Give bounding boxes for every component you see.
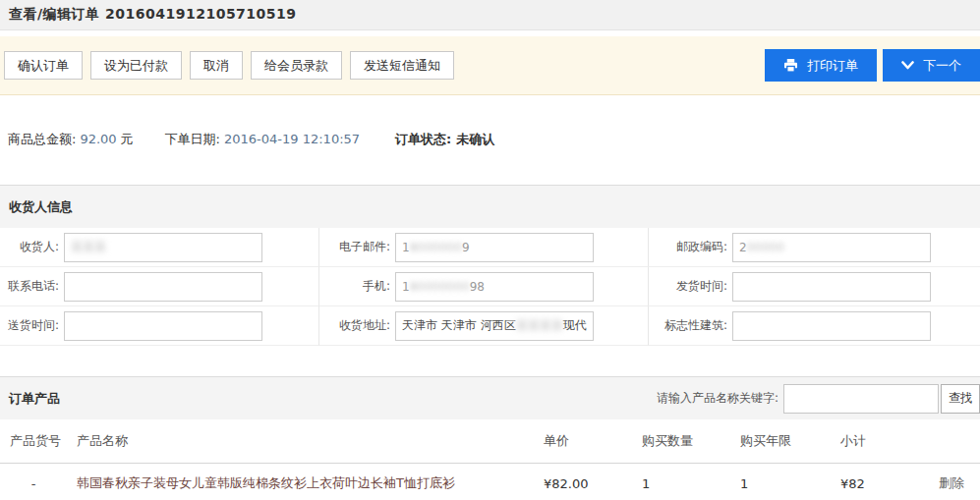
print-order-button[interactable]: 打印订单: [765, 49, 877, 82]
total-amount-label: 商品总金额:: [8, 131, 76, 148]
address-redacted: 某某某某: [516, 317, 563, 334]
next-order-label: 下一个: [923, 57, 961, 75]
set-paid-button[interactable]: 设为已付款: [90, 51, 182, 80]
landmark-label: 标志性建筑:: [649, 317, 727, 334]
page-title: 查看/编辑订单 2016041912105710519: [9, 6, 297, 24]
product-search-input[interactable]: [783, 384, 939, 414]
phone-input[interactable]: [64, 272, 262, 302]
order-date-label: 下单日期:: [165, 131, 220, 148]
field-email: 电子邮件: 180000009: [319, 228, 649, 267]
col-years: 购买年限: [740, 432, 840, 450]
col-qty: 购买数量: [642, 432, 740, 450]
printer-icon: [783, 59, 798, 73]
order-status: 订单状态: 未确认: [395, 131, 494, 148]
field-landmark: 标志性建筑:: [649, 306, 980, 346]
record-payment-button[interactable]: 给会员录款: [251, 51, 342, 80]
product-price: ¥82.00: [544, 476, 642, 491]
consignee-form: 收货人: 某某某 电子邮件: 180000009 邮政编码: 200000 联系…: [0, 228, 980, 346]
toolbar-left: 确认订单 设为已付款 取消 给会员录款 发送短信通知: [4, 51, 462, 80]
phone-label: 联系电话:: [0, 278, 59, 295]
email-visible: 1: [402, 241, 410, 254]
send-sms-button[interactable]: 发送短信通知: [350, 51, 454, 80]
address-label: 收货地址:: [319, 317, 390, 334]
order-summary: 商品总金额: 92.00 元 下单日期: 2016-04-19 12:10:57…: [0, 95, 980, 185]
consignee-section-header: 收货人信息: [0, 185, 980, 228]
address-input[interactable]: 天津市 天津市 河西区某某某某现代: [395, 311, 594, 341]
field-zipcode: 邮政编码: 200000: [649, 228, 980, 267]
next-order-button[interactable]: 下一个: [883, 49, 980, 82]
order-status-badge: 未确认: [456, 131, 494, 148]
delete-product-link[interactable]: 删除: [939, 475, 964, 490]
section-spacer: [0, 346, 980, 376]
field-deliver-time: 送货时间:: [0, 306, 319, 346]
title-bar: 查看/编辑订单 2016041912105710519: [0, 0, 980, 30]
product-years: 1: [740, 476, 840, 491]
deliver-time-input[interactable]: [64, 311, 262, 341]
field-phone: 联系电话:: [0, 267, 319, 306]
toolbar-right: 打印订单 下一个: [765, 49, 980, 82]
product-search: 请输入产品名称关键字: 查找: [657, 384, 980, 414]
zipcode-input[interactable]: 200000: [732, 233, 931, 262]
mobile-redacted: 80000000: [410, 280, 470, 294]
product-search-label: 请输入产品名称关键字:: [657, 390, 778, 407]
mobile-label: 手机:: [319, 278, 390, 295]
zipcode-visible: 2: [739, 241, 747, 254]
toolbar: 确认订单 设为已付款 取消 给会员录款 发送短信通知 打印订单 下一个: [0, 36, 980, 95]
zipcode-redacted: 00000: [747, 241, 784, 254]
total-amount: 商品总金额: 92.00 元: [8, 131, 134, 148]
product-sku: -: [0, 476, 67, 491]
field-address: 收货地址: 天津市 天津市 河西区某某某某现代: [319, 306, 649, 346]
field-ship-time: 发货时间:: [649, 267, 980, 306]
zipcode-label: 邮政编码:: [649, 239, 727, 255]
deliver-time-label: 送货时间:: [0, 317, 59, 334]
email-redacted: 8000000: [410, 241, 462, 254]
receiver-label: 收货人:: [0, 239, 59, 255]
total-amount-unit: 元: [121, 131, 134, 148]
ship-time-input[interactable]: [732, 272, 931, 302]
products-section-header: 订单产品 请输入产品名称关键字: 查找: [0, 376, 980, 419]
chevron-down-icon: [901, 61, 914, 70]
order-status-label: 订单状态:: [395, 131, 451, 148]
order-date-value: 2016-04-19 12:10:57: [224, 132, 360, 146]
receiver-redacted: 某某某: [71, 239, 106, 255]
col-sku: 产品货号: [0, 432, 67, 450]
email-input[interactable]: 180000009: [395, 233, 594, 262]
landmark-input[interactable]: [732, 311, 931, 341]
mobile-input[interactable]: 18000000098: [395, 272, 594, 302]
print-order-label: 打印订单: [807, 57, 858, 75]
product-qty: 1: [642, 476, 740, 491]
col-subtotal: 小计: [840, 432, 939, 450]
address-visible: 天津市 天津市 河西区: [402, 317, 516, 334]
field-mobile: 手机: 18000000098: [319, 267, 649, 306]
mobile-visible: 1: [402, 280, 410, 294]
products-table-header: 产品货号 产品名称 单价 购买数量 购买年限 小计: [0, 419, 980, 464]
total-amount-value: 92.00: [80, 132, 116, 146]
mobile-suffix: 98: [470, 280, 485, 294]
address-suffix: 现代: [563, 317, 587, 334]
product-name[interactable]: 韩国春秋亲子装母女儿童韩版纯棉条纹衫上衣荷叶边长袖T恤打底衫: [67, 474, 544, 492]
receiver-input[interactable]: 某某某: [64, 233, 262, 262]
email-label: 电子邮件:: [319, 239, 390, 255]
consignee-section-title: 收货人信息: [9, 198, 73, 216]
email-suffix: 9: [462, 241, 470, 254]
cancel-order-button[interactable]: 取消: [190, 51, 243, 80]
product-search-button[interactable]: 查找: [941, 384, 980, 414]
col-price: 单价: [544, 432, 642, 450]
confirm-order-button[interactable]: 确认订单: [4, 51, 83, 80]
ship-time-label: 发货时间:: [649, 278, 727, 295]
products-section-title: 订单产品: [9, 390, 60, 408]
field-receiver: 收货人: 某某某: [0, 228, 319, 267]
table-row: - 韩国春秋亲子装母女儿童韩版纯棉条纹衫上衣荷叶边长袖T恤打底衫 ¥82.00 …: [0, 464, 980, 500]
product-subtotal: ¥82: [840, 476, 939, 491]
order-date: 下单日期: 2016-04-19 12:10:57: [165, 131, 364, 148]
col-name: 产品名称: [67, 432, 544, 450]
